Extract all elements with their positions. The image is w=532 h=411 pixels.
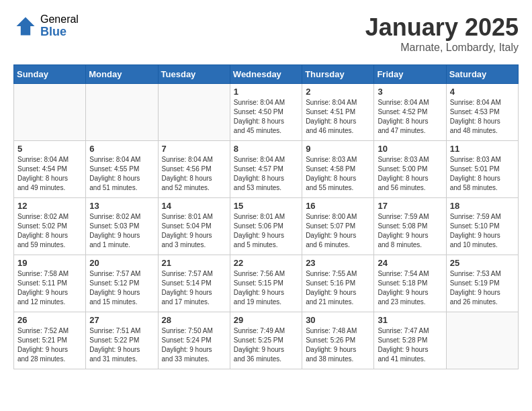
weekday-header-tuesday: Tuesday bbox=[158, 65, 230, 84]
day-number: 18 bbox=[450, 201, 515, 211]
day-cell: 26Sunrise: 7:52 AM Sunset: 5:21 PM Dayli… bbox=[14, 312, 86, 369]
week-row-3: 12Sunrise: 8:02 AM Sunset: 5:02 PM Dayli… bbox=[14, 198, 519, 255]
day-info: Sunrise: 8:04 AM Sunset: 4:54 PM Dayligh… bbox=[17, 155, 82, 193]
day-info: Sunrise: 7:51 AM Sunset: 5:22 PM Dayligh… bbox=[89, 326, 154, 364]
day-cell: 18Sunrise: 7:59 AM Sunset: 5:10 PM Dayli… bbox=[446, 198, 518, 255]
day-number: 27 bbox=[89, 315, 154, 325]
day-number: 24 bbox=[378, 258, 442, 268]
day-cell: 3Sunrise: 8:04 AM Sunset: 4:52 PM Daylig… bbox=[374, 84, 446, 141]
day-number: 1 bbox=[234, 87, 298, 97]
day-cell bbox=[14, 84, 86, 141]
day-info: Sunrise: 8:03 AM Sunset: 4:58 PM Dayligh… bbox=[306, 155, 370, 193]
day-number: 20 bbox=[89, 258, 154, 268]
day-cell bbox=[158, 84, 230, 141]
weekday-header-sunday: Sunday bbox=[14, 65, 86, 84]
day-number: 13 bbox=[89, 201, 154, 211]
day-info: Sunrise: 7:47 AM Sunset: 5:28 PM Dayligh… bbox=[378, 326, 442, 364]
week-row-4: 19Sunrise: 7:58 AM Sunset: 5:11 PM Dayli… bbox=[14, 255, 519, 312]
day-cell: 10Sunrise: 8:03 AM Sunset: 5:00 PM Dayli… bbox=[374, 141, 446, 198]
day-cell: 19Sunrise: 7:58 AM Sunset: 5:11 PM Dayli… bbox=[14, 255, 86, 312]
day-cell: 17Sunrise: 7:59 AM Sunset: 5:08 PM Dayli… bbox=[374, 198, 446, 255]
day-cell: 23Sunrise: 7:55 AM Sunset: 5:16 PM Dayli… bbox=[302, 255, 374, 312]
day-number: 21 bbox=[162, 258, 226, 268]
day-cell bbox=[86, 84, 158, 141]
day-cell: 22Sunrise: 7:56 AM Sunset: 5:15 PM Dayli… bbox=[230, 255, 302, 312]
day-info: Sunrise: 8:04 AM Sunset: 4:56 PM Dayligh… bbox=[162, 155, 226, 193]
day-info: Sunrise: 7:57 AM Sunset: 5:14 PM Dayligh… bbox=[162, 269, 226, 307]
day-cell: 15Sunrise: 8:01 AM Sunset: 5:06 PM Dayli… bbox=[230, 198, 302, 255]
title-block: January 2025 Marnate, Lombardy, Italy bbox=[365, 13, 519, 54]
day-number: 29 bbox=[234, 315, 298, 325]
day-cell: 20Sunrise: 7:57 AM Sunset: 5:12 PM Dayli… bbox=[86, 255, 158, 312]
day-cell: 12Sunrise: 8:02 AM Sunset: 5:02 PM Dayli… bbox=[14, 198, 86, 255]
calendar-table: SundayMondayTuesdayWednesdayThursdayFrid… bbox=[13, 64, 519, 369]
day-info: Sunrise: 8:04 AM Sunset: 4:55 PM Dayligh… bbox=[89, 155, 154, 193]
day-cell: 6Sunrise: 8:04 AM Sunset: 4:55 PM Daylig… bbox=[86, 141, 158, 198]
day-info: Sunrise: 7:52 AM Sunset: 5:21 PM Dayligh… bbox=[17, 326, 82, 364]
week-row-1: 1Sunrise: 8:04 AM Sunset: 4:50 PM Daylig… bbox=[14, 84, 519, 141]
day-info: Sunrise: 7:48 AM Sunset: 5:26 PM Dayligh… bbox=[306, 326, 370, 364]
day-cell: 25Sunrise: 7:53 AM Sunset: 5:19 PM Dayli… bbox=[446, 255, 518, 312]
day-number: 12 bbox=[17, 201, 82, 211]
logo-general: General bbox=[40, 13, 79, 26]
day-cell: 7Sunrise: 8:04 AM Sunset: 4:56 PM Daylig… bbox=[158, 141, 230, 198]
logo-blue: Blue bbox=[40, 26, 79, 39]
day-info: Sunrise: 8:04 AM Sunset: 4:51 PM Dayligh… bbox=[306, 98, 370, 136]
day-info: Sunrise: 7:54 AM Sunset: 5:18 PM Dayligh… bbox=[378, 269, 442, 307]
day-info: Sunrise: 8:04 AM Sunset: 4:50 PM Dayligh… bbox=[234, 98, 298, 136]
day-number: 5 bbox=[17, 144, 82, 154]
svg-marker-0 bbox=[17, 17, 35, 35]
day-cell: 28Sunrise: 7:50 AM Sunset: 5:24 PM Dayli… bbox=[158, 312, 230, 369]
day-info: Sunrise: 7:53 AM Sunset: 5:19 PM Dayligh… bbox=[450, 269, 515, 307]
day-cell: 13Sunrise: 8:02 AM Sunset: 5:03 PM Dayli… bbox=[86, 198, 158, 255]
day-number: 3 bbox=[378, 87, 442, 97]
week-row-2: 5Sunrise: 8:04 AM Sunset: 4:54 PM Daylig… bbox=[14, 141, 519, 198]
weekday-header-monday: Monday bbox=[86, 65, 158, 84]
day-number: 11 bbox=[450, 144, 515, 154]
day-number: 19 bbox=[17, 258, 82, 268]
day-info: Sunrise: 7:55 AM Sunset: 5:16 PM Dayligh… bbox=[306, 269, 370, 307]
day-number: 14 bbox=[162, 201, 226, 211]
day-cell: 9Sunrise: 8:03 AM Sunset: 4:58 PM Daylig… bbox=[302, 141, 374, 198]
weekday-header-thursday: Thursday bbox=[302, 65, 374, 84]
day-info: Sunrise: 7:56 AM Sunset: 5:15 PM Dayligh… bbox=[234, 269, 298, 307]
day-info: Sunrise: 8:01 AM Sunset: 5:06 PM Dayligh… bbox=[234, 212, 298, 250]
day-number: 6 bbox=[89, 144, 154, 154]
day-number: 2 bbox=[306, 87, 370, 97]
day-info: Sunrise: 7:49 AM Sunset: 5:25 PM Dayligh… bbox=[234, 326, 298, 364]
day-cell: 31Sunrise: 7:47 AM Sunset: 5:28 PM Dayli… bbox=[374, 312, 446, 369]
day-info: Sunrise: 8:04 AM Sunset: 4:57 PM Dayligh… bbox=[234, 155, 298, 193]
day-number: 7 bbox=[162, 144, 226, 154]
day-info: Sunrise: 7:59 AM Sunset: 5:08 PM Dayligh… bbox=[378, 212, 442, 250]
day-number: 31 bbox=[378, 315, 442, 325]
week-row-5: 26Sunrise: 7:52 AM Sunset: 5:21 PM Dayli… bbox=[14, 312, 519, 369]
day-number: 25 bbox=[450, 258, 515, 268]
day-info: Sunrise: 7:57 AM Sunset: 5:12 PM Dayligh… bbox=[89, 269, 154, 307]
day-number: 4 bbox=[450, 87, 515, 97]
calendar-title: January 2025 bbox=[365, 13, 519, 42]
day-cell: 21Sunrise: 7:57 AM Sunset: 5:14 PM Dayli… bbox=[158, 255, 230, 312]
day-number: 15 bbox=[234, 201, 298, 211]
day-number: 26 bbox=[17, 315, 82, 325]
day-info: Sunrise: 8:02 AM Sunset: 5:02 PM Dayligh… bbox=[17, 212, 82, 250]
day-info: Sunrise: 7:50 AM Sunset: 5:24 PM Dayligh… bbox=[162, 326, 226, 364]
day-cell: 30Sunrise: 7:48 AM Sunset: 5:26 PM Dayli… bbox=[302, 312, 374, 369]
day-info: Sunrise: 7:59 AM Sunset: 5:10 PM Dayligh… bbox=[450, 212, 515, 250]
day-cell: 1Sunrise: 8:04 AM Sunset: 4:50 PM Daylig… bbox=[230, 84, 302, 141]
page-header: General Blue January 2025 Marnate, Lomba… bbox=[13, 13, 519, 54]
logo-icon bbox=[13, 14, 38, 38]
day-number: 28 bbox=[162, 315, 226, 325]
day-info: Sunrise: 7:58 AM Sunset: 5:11 PM Dayligh… bbox=[17, 269, 82, 307]
day-info: Sunrise: 8:04 AM Sunset: 4:53 PM Dayligh… bbox=[450, 98, 515, 136]
day-cell: 24Sunrise: 7:54 AM Sunset: 5:18 PM Dayli… bbox=[374, 255, 446, 312]
weekday-header-saturday: Saturday bbox=[446, 65, 518, 84]
day-cell: 5Sunrise: 8:04 AM Sunset: 4:54 PM Daylig… bbox=[14, 141, 86, 198]
day-cell bbox=[446, 312, 518, 369]
day-cell: 11Sunrise: 8:03 AM Sunset: 5:01 PM Dayli… bbox=[446, 141, 518, 198]
day-cell: 4Sunrise: 8:04 AM Sunset: 4:53 PM Daylig… bbox=[446, 84, 518, 141]
day-number: 30 bbox=[306, 315, 370, 325]
day-cell: 14Sunrise: 8:01 AM Sunset: 5:04 PM Dayli… bbox=[158, 198, 230, 255]
calendar-subtitle: Marnate, Lombardy, Italy bbox=[365, 42, 519, 54]
day-number: 8 bbox=[234, 144, 298, 154]
weekday-header-friday: Friday bbox=[374, 65, 446, 84]
